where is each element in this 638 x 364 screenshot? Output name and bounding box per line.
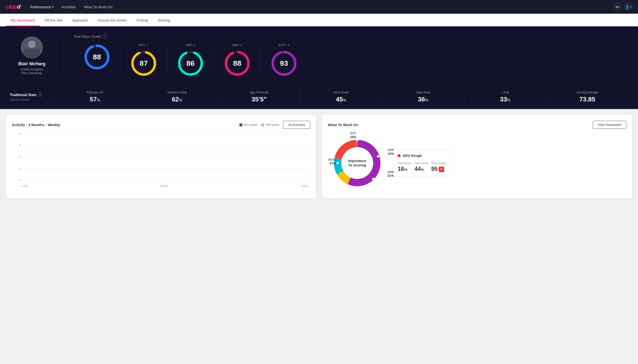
stats-label-block: Traditional Stats ? Last 20 rounds bbox=[10, 93, 54, 102]
tab-approach[interactable]: Approach bbox=[67, 14, 93, 26]
ring-app: 86 bbox=[177, 50, 204, 77]
logo[interactable]: clippd bbox=[6, 4, 20, 10]
donut-label-arg: ARG 21% bbox=[387, 170, 394, 178]
work-body: ImportanceTo Scoring PUTT 57% OTT 10% AP… bbox=[328, 134, 626, 192]
trend-icon: ↗ bbox=[240, 44, 242, 47]
svg-point-18 bbox=[356, 138, 358, 141]
chevron-down-icon: ▾ bbox=[630, 6, 631, 8]
nav-links: Performance ▾ Activities What To Work On bbox=[30, 5, 113, 9]
metric-shot-quality: Shot Quality 95▼ bbox=[431, 162, 446, 172]
tab-around-the-green[interactable]: Around the Green bbox=[93, 14, 132, 26]
ring-arg: 88 bbox=[224, 50, 251, 77]
activity-card-header: Activity - 3 Months - Weekly On course O… bbox=[12, 121, 310, 129]
ring-value-putt: 93 bbox=[280, 59, 288, 68]
bar-chart: 4 3 2 1 0 7 Feb 28 Mar 9 May bbox=[12, 134, 310, 188]
on-course-color bbox=[240, 124, 242, 126]
ring-value-total: 88 bbox=[93, 53, 101, 61]
player-name: Blair McHarg bbox=[18, 61, 45, 66]
stats-title: Traditional Stats ? bbox=[10, 93, 54, 97]
legend-off-course: Off course bbox=[261, 123, 279, 127]
bar-group bbox=[290, 180, 308, 180]
activity-card: Activity - 3 Months - Weekly On course O… bbox=[6, 115, 316, 198]
stat-1-putt: 1 Putt 33% bbox=[464, 90, 546, 104]
chevron-down-icon: ▾ bbox=[618, 6, 620, 8]
tab-off-the-tee[interactable]: Off the Tee bbox=[40, 14, 67, 26]
work-card-header: What To Work On View Dashboard bbox=[328, 121, 626, 129]
svg-point-21 bbox=[336, 162, 339, 164]
trend-icon: ↗ bbox=[193, 44, 195, 47]
tab-bar: My Dashboard Off the Tee Approach Around… bbox=[0, 14, 638, 26]
scores-section-label: Total Player Quality ? bbox=[74, 34, 628, 38]
score-item-ott: OTT ↗ 87 bbox=[120, 44, 167, 77]
score-rings: 88 OTT ↗ 87 AP bbox=[74, 44, 628, 77]
score-label-app: APP ↗ bbox=[186, 44, 195, 47]
score-item-total: 88 bbox=[74, 44, 120, 77]
donut-center-text: ImportanceTo Scoring bbox=[348, 159, 366, 168]
plus-icon: ⊕ bbox=[615, 5, 618, 9]
stat-fairways-hit: Fairways Hit 57% bbox=[54, 90, 136, 104]
view-dashboard-button[interactable]: View Dashboard bbox=[593, 121, 626, 129]
player-handicap: Plus Handicap bbox=[22, 71, 42, 75]
help-icon[interactable]: ? bbox=[103, 34, 107, 38]
stats-subtitle: Last 20 rounds bbox=[10, 98, 54, 102]
top-nav: clippd Performance ▾ Activities What To … bbox=[0, 0, 638, 14]
red-badge: ▼ bbox=[439, 167, 444, 172]
stat-items: Fairways Hit 57% Greens In Reg 62% App. … bbox=[54, 90, 628, 104]
hero-section: Blair McHarg United Kingdom Plus Handica… bbox=[0, 26, 638, 84]
nav-performance[interactable]: Performance ▾ bbox=[30, 5, 54, 9]
bar-group bbox=[213, 180, 231, 180]
info-metrics: Importance 16% Opportunity 44% Shot Qual… bbox=[397, 162, 446, 172]
tab-my-dashboard[interactable]: My Dashboard bbox=[6, 14, 40, 26]
ring-total: 88 bbox=[84, 44, 110, 70]
score-item-putt: PUTT ↗ 93 bbox=[261, 44, 307, 77]
player-info: Blair McHarg United Kingdom Plus Handica… bbox=[10, 36, 54, 75]
x-label-may: 9 May bbox=[301, 184, 308, 188]
chevron-down-icon: ▾ bbox=[52, 6, 54, 8]
x-label-feb: 7 Feb bbox=[21, 184, 28, 188]
stat-app-proximity: App. Proximity 35'5" bbox=[218, 90, 300, 104]
vertical-divider bbox=[64, 34, 64, 77]
bar-group bbox=[40, 180, 58, 180]
score-item-arg: ARG ↗ 88 bbox=[214, 44, 261, 77]
nav-right: ⊕ ▾ 👤 ▾ bbox=[613, 3, 632, 11]
svg-point-19 bbox=[377, 155, 379, 158]
stat-sand-save: Sand Save 36% bbox=[382, 90, 464, 104]
activity-card-title: Activity - 3 Months - Weekly bbox=[12, 123, 236, 127]
info-card-title: ARG Rough bbox=[397, 154, 446, 158]
bar-group bbox=[194, 180, 212, 180]
help-icon[interactable]: ? bbox=[38, 93, 42, 97]
stat-scoring-average: Scoring Average 73.85 bbox=[546, 90, 628, 104]
add-button[interactable]: ⊕ ▾ bbox=[613, 3, 621, 11]
work-card-title: What To Work On bbox=[328, 123, 589, 127]
stat-up-down: Up & Down 45% bbox=[300, 90, 382, 104]
nav-activities[interactable]: Activities bbox=[62, 5, 76, 9]
user-icon: 👤 bbox=[625, 5, 630, 9]
svg-rect-3 bbox=[24, 48, 40, 58]
score-item-app: APP ↗ 86 bbox=[167, 44, 214, 77]
legend-on-course: On course bbox=[240, 123, 257, 127]
trend-icon: ↗ bbox=[287, 44, 290, 47]
tab-scoring[interactable]: Scoring bbox=[153, 14, 175, 26]
svg-point-1 bbox=[28, 40, 36, 48]
bar-group bbox=[175, 180, 193, 180]
user-menu[interactable]: 👤 ▾ bbox=[624, 3, 632, 11]
bar-group bbox=[60, 180, 78, 180]
donut-chart: ImportanceTo Scoring PUTT 57% OTT 10% AP… bbox=[328, 134, 386, 192]
bars-wrapper bbox=[19, 134, 310, 180]
nav-what-to-work-on[interactable]: What To Work On bbox=[84, 5, 113, 9]
stats-row: Traditional Stats ? Last 20 rounds Fairw… bbox=[0, 84, 638, 109]
donut-label-app: APP 12% bbox=[387, 148, 394, 156]
ring-ott: 87 bbox=[130, 50, 157, 77]
work-card: What To Work On View Dashboard bbox=[322, 115, 632, 198]
ring-value-app: 86 bbox=[186, 59, 194, 68]
all-activities-button[interactable]: All Activities bbox=[283, 121, 310, 129]
activity-legend: On course Off course bbox=[240, 123, 279, 127]
score-label-arg: ARG ↗ bbox=[232, 44, 242, 47]
scores-section: Total Player Quality ? 88 OTT ↗ bbox=[74, 34, 628, 77]
tab-putting[interactable]: Putting bbox=[132, 14, 153, 26]
ring-putt: 93 bbox=[271, 50, 297, 77]
trend-icon: ↗ bbox=[146, 44, 148, 47]
donut-label-ott: OTT 10% bbox=[350, 132, 356, 139]
metric-opportunity: Opportunity 44% bbox=[414, 162, 430, 172]
svg-point-20 bbox=[372, 178, 375, 180]
